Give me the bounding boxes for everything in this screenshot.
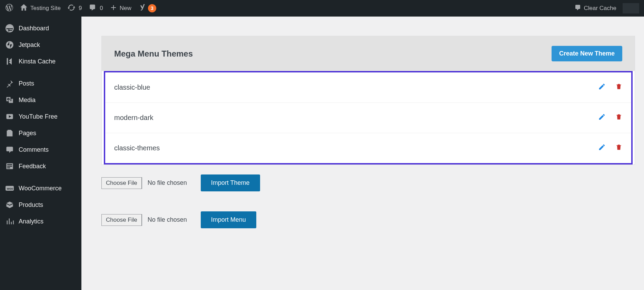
jetpack-icon <box>6 41 14 49</box>
edit-theme-button[interactable] <box>598 143 606 153</box>
site-name-link[interactable]: Testing Site <box>17 0 64 17</box>
import-menu-button[interactable]: Import Menu <box>201 211 256 228</box>
play-icon <box>6 112 14 121</box>
sidebar-item-jetpack[interactable]: Jetpack <box>0 37 81 53</box>
sidebar-item-label: Analytics <box>19 218 43 225</box>
sidebar-item-label: Products <box>19 201 43 209</box>
sidebar-item-label: Pages <box>19 130 36 137</box>
sidebar-item-label: Feedback <box>19 163 46 170</box>
sidebar-item-media[interactable]: Media <box>0 92 81 108</box>
wp-logo[interactable] <box>2 0 17 17</box>
yoast-badge: 3 <box>148 4 156 12</box>
themes-panel: Mega Menu Themes Create New Theme classi… <box>101 36 635 165</box>
sidebar-item-label: WooCommerce <box>19 185 62 192</box>
content-area: Mega Menu Themes Create New Theme classi… <box>81 17 644 290</box>
clear-cache-link[interactable]: Clear Cache <box>571 0 620 17</box>
home-icon <box>20 4 28 13</box>
user-placeholder[interactable] <box>623 3 639 13</box>
sidebar-item-woocommerce[interactable]: woo WooCommerce <box>0 180 81 197</box>
file-input-theme[interactable]: Choose File <box>101 177 142 189</box>
file-input-menu[interactable]: Choose File <box>101 214 142 226</box>
sidebar-item-analytics[interactable]: Analytics <box>0 213 81 230</box>
sidebar-item-label: YouTube Free <box>19 113 58 120</box>
sidebar-item-label: Jetpack <box>19 41 40 49</box>
delete-theme-button[interactable] <box>615 143 622 153</box>
plus-icon <box>110 4 117 13</box>
pages-icon <box>6 129 14 137</box>
woocommerce-icon: woo <box>6 184 14 192</box>
sidebar-item-label: Media <box>19 97 36 104</box>
comment-icon <box>89 4 96 13</box>
choose-file-button[interactable]: Choose File <box>102 178 142 189</box>
sidebar-item-pages[interactable]: Pages <box>0 125 81 141</box>
panel-header: Mega Menu Themes Create New Theme <box>102 36 635 71</box>
feedback-icon <box>6 162 14 170</box>
updates-count: 9 <box>79 5 82 12</box>
sidebar-item-comments[interactable]: Comments <box>0 141 81 158</box>
comments-count: 0 <box>100 5 103 12</box>
clear-cache-label: Clear Cache <box>584 5 617 12</box>
chart-icon <box>6 217 14 226</box>
sidebar-item-youtube-free[interactable]: YouTube Free <box>0 108 81 125</box>
edit-theme-button[interactable] <box>598 113 606 122</box>
sidebar-item-products[interactable]: Products <box>0 197 81 213</box>
choose-file-button[interactable]: Choose File <box>102 214 142 226</box>
yoast-link[interactable]: 3 <box>135 0 160 17</box>
svg-point-1 <box>6 41 13 49</box>
theme-name: classic-themes <box>114 144 598 152</box>
comments-link[interactable]: 0 <box>85 0 106 17</box>
import-menu-row: Choose File No file chosen Import Menu <box>101 211 635 228</box>
panel-title: Mega Menu Themes <box>114 49 193 59</box>
import-theme-button[interactable]: Import Theme <box>201 174 260 191</box>
new-label: New <box>120 5 131 12</box>
svg-point-3 <box>8 99 9 99</box>
sidebar-item-label: Comments <box>19 146 49 153</box>
products-icon <box>6 201 14 209</box>
media-icon <box>6 96 14 104</box>
sidebar-item-label: Dashboard <box>19 25 49 32</box>
site-name: Testing Site <box>30 5 61 12</box>
theme-row: classic-themes <box>105 133 631 163</box>
theme-list: classic-blue modern-dark classic-themes <box>104 71 633 164</box>
delete-theme-button[interactable] <box>615 83 622 92</box>
file-status-menu: No file chosen <box>148 216 187 223</box>
yoast-icon <box>138 4 146 13</box>
theme-name: classic-blue <box>114 83 598 91</box>
import-theme-row: Choose File No file chosen Import Theme <box>101 174 635 191</box>
comment-icon <box>6 146 14 154</box>
sidebar-item-posts[interactable]: Posts <box>0 75 81 92</box>
sidebar-item-label: Kinsta Cache <box>19 58 56 65</box>
pin-icon <box>6 79 14 88</box>
admin-bar: Testing Site 9 0 New 3 Clear Cache <box>0 0 644 17</box>
sidebar-item-label: Posts <box>19 80 34 87</box>
create-new-theme-button[interactable]: Create New Theme <box>552 46 622 61</box>
sidebar-item-kinsta-cache[interactable]: Kinsta Cache <box>0 53 81 70</box>
delete-theme-button[interactable] <box>615 113 622 122</box>
theme-row: modern-dark <box>105 103 631 133</box>
edit-theme-button[interactable] <box>598 83 606 92</box>
sidebar-item-dashboard[interactable]: Dashboard <box>0 20 81 37</box>
comment-icon <box>574 4 581 13</box>
refresh-icon <box>68 4 75 13</box>
wordpress-icon <box>6 4 13 13</box>
sidebar-item-feedback[interactable]: Feedback <box>0 158 81 174</box>
admin-sidebar: Dashboard Jetpack Kinsta Cache Posts Med… <box>0 17 81 290</box>
kinsta-icon <box>6 57 14 66</box>
file-status-theme: No file chosen <box>148 179 187 187</box>
theme-name: modern-dark <box>114 114 598 122</box>
updates-link[interactable]: 9 <box>64 0 85 17</box>
dashboard-icon <box>6 24 14 32</box>
svg-text:woo: woo <box>7 187 13 190</box>
new-content-link[interactable]: New <box>107 0 135 17</box>
theme-row: classic-blue <box>105 72 631 103</box>
